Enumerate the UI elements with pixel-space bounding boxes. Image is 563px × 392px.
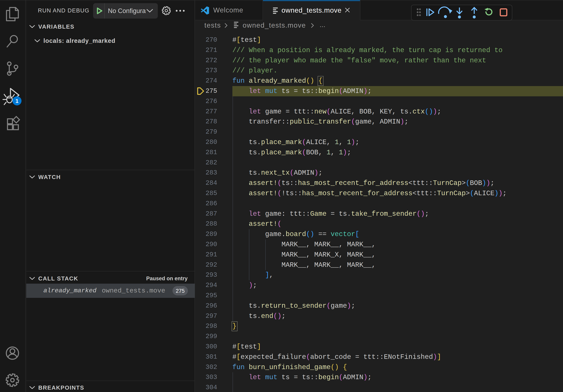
svg-text:1: 1 (15, 98, 19, 104)
